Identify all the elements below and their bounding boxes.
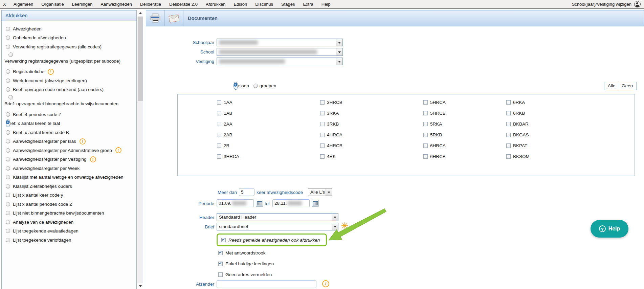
checkbox[interactable] [217,143,221,148]
checkbox[interactable] [217,100,221,105]
class-checkbox-3rka[interactable]: 3RKA [320,108,422,118]
checkbox[interactable] [320,133,325,137]
checkbox[interactable] [218,272,223,277]
radio[interactable] [6,45,10,49]
checkbox[interactable] [320,111,325,115]
schooljaar-select[interactable] [217,39,343,46]
chevron-down-icon[interactable] [336,39,342,46]
highlighted-option[interactable]: Reeds gemelde afwezigheden ook afdrukken [217,234,327,246]
print-button[interactable] [146,10,165,26]
sidebar-item-aanwezigheidsregister-per-klas[interactable]: Aanwezigheidsregister per klas! [6,137,135,146]
afwezigheidscode-select[interactable]: Alle L's [308,188,332,196]
sidebar-item-verwerking-registratiegegevens-uitgesplitst-per-subcode[interactable]: Verwerking registratiegegevens (uitgespl… [6,51,135,67]
scroll-down-button[interactable] [137,283,143,289]
sidebar-item-verwerking-registratiegegevens-alle-codes[interactable]: Verwerking registratiegegevens (alle cod… [6,42,135,51]
scrollbar-thumb[interactable] [138,17,143,101]
menu-item-edison[interactable]: Edison [229,2,251,7]
checkbox[interactable] [320,122,325,126]
checkbox[interactable] [506,143,511,148]
checkbox-checked[interactable] [221,238,226,242]
afzender-input[interactable] [217,280,316,288]
checkbox[interactable] [217,111,221,115]
change-school-link[interactable]: School(jaar)/Vestiging wijzigen [572,2,631,7]
radio[interactable] [8,52,13,57]
menu-item-deliberatie-2-0[interactable]: Deliberatie 2.0 [165,2,202,7]
menu-item-stages[interactable]: Stages [277,2,299,7]
checkbox[interactable] [423,154,428,159]
radio-groepen[interactable] [253,84,258,88]
brief-select[interactable]: standaardbrief [217,223,338,230]
class-checkbox-bkpat[interactable]: BKPAT [506,140,608,151]
radio[interactable] [6,202,10,206]
class-checkbox-4hrcb[interactable]: 4HRCB [320,140,422,151]
info-icon[interactable]: ! [115,147,121,153]
radio[interactable] [6,220,10,224]
sidebar-item-klaslijst-met-aantal-wettige-en-onwettige-afwezigheden[interactable]: Klaslijst met aantal wettige en onwettig… [6,173,135,182]
radio-klassen[interactable] [234,82,238,90]
select-none-button[interactable]: Geen [618,82,637,90]
radio[interactable] [6,130,10,135]
chevron-down-icon[interactable] [336,58,342,65]
checkbox[interactable] [506,154,511,159]
chevron-down-icon[interactable] [332,214,338,221]
radio[interactable] [6,36,10,40]
class-checkbox-bksom[interactable]: BKSOM [506,151,608,162]
info-icon[interactable]: ! [48,69,54,75]
threshold-input[interactable]: 5 [239,188,254,196]
class-checkbox-bkbar[interactable]: BKBAR [506,118,608,129]
class-checkbox-6rkb[interactable]: 6RKB [506,108,608,118]
radio-selected[interactable] [6,119,10,127]
sidebar-item-registratiefiche[interactable]: Registratiefiche! [6,67,135,76]
radio[interactable] [6,139,10,143]
sidebar-item-analyse-van-de-afwezigheden[interactable]: Analyse van de afwezigheden [6,218,135,227]
radio[interactable] [6,79,10,83]
sidebar-item-klaslijst-ziektebriefjes-ouders[interactable]: Klaslijst Ziektebriefjes ouders [6,182,135,191]
checkbox[interactable] [423,111,428,115]
chevron-down-icon[interactable] [336,48,342,55]
checkbox[interactable] [506,133,511,137]
sidebar-item-lijst-toegekende-verlofdagen[interactable]: Lijst toegekende verlofdagen [6,236,135,245]
radio[interactable] [6,211,10,215]
option-geen-adres-vermelden[interactable]: Geen adres vermelden [218,271,272,278]
header-select[interactable]: Standaard Header [217,213,338,221]
sidebar-item-aanwezigheidsregister-per-vestiging[interactable]: Aanwezigheidsregister per Vestiging! [6,155,135,164]
class-checkbox-4rk[interactable]: 4RK [320,151,422,162]
class-checkbox-3rkb[interactable]: 3RKB [320,118,422,129]
menu-item-afdrukken[interactable]: Afdrukken [202,2,230,7]
sidebar-item-lijst-x-aantal-keer-code-y[interactable]: Lijst x aantal keer code y [6,191,135,200]
class-checkbox-2aa[interactable]: 2AA [217,118,318,129]
menu-item-aanwezigheden[interactable]: Aanwezigheden [96,2,136,7]
checkbox-checked[interactable] [218,262,223,266]
class-checkbox-bkgas[interactable]: BKGAS [506,129,608,140]
radio[interactable] [6,229,10,233]
user-account-icon[interactable] [634,1,641,7]
select-all-button[interactable]: Alle [604,82,619,90]
menu-item-leerlingen[interactable]: Leerlingen [68,2,97,7]
sidebar-item-onbekende-afwezigheden[interactable]: Onbekende afwezigheden [6,34,135,43]
radio[interactable] [6,27,10,31]
sidebar-item-brief-x-aantal-keren-te-laat[interactable]: Brief: x aantal keren te laat [6,119,135,128]
checkbox[interactable] [506,100,511,105]
sidebar-item-lijst-niet-binnengebrachte-bewijsdocumenten[interactable]: Lijst niet binnengebrachte bewijsdocumen… [6,209,135,218]
checkbox[interactable] [423,133,428,137]
option-enkel-huidige-leerlingen[interactable]: Enkel huidige leerlingen [218,260,274,267]
checkbox[interactable] [506,111,511,115]
class-checkbox-3hrcb[interactable]: 3HRCB [320,97,422,108]
chevron-down-icon[interactable] [332,223,338,230]
sidebar-item-aanwezigheidsregister-per-administratieve-groep[interactable]: Aanwezigheidsregister per Administratiev… [6,146,135,155]
sidebar-item-lijst-toegekende-evaluatiedagen[interactable]: Lijst toegekende evaluatiedagen [6,227,135,236]
calendar-from-button[interactable] [256,200,263,207]
sidebar-item-brief-x-aantal-keren-code-b[interactable]: Brief: x aantal keren code B [6,128,135,137]
sidebar-item-afwezigheden[interactable]: Afwezigheden [6,24,135,34]
radio[interactable] [6,148,10,153]
menu-item-help[interactable]: Help [317,2,335,7]
help-button[interactable]: ? Help [591,220,628,238]
chevron-down-icon[interactable] [326,188,332,196]
sidebar-item-lijst-x-aantal-periodes-code-z[interactable]: Lijst x aantal periodes code Z [6,200,135,209]
sidebar-item-werkdocument-afwezige-leerlingen[interactable]: Werkdocument (afwezige leerlingen) [6,76,135,85]
checkbox[interactable] [320,154,325,159]
checkbox[interactable] [320,143,325,148]
class-checkbox-4hrca[interactable]: 4HRCA [320,129,422,140]
checkbox-checked[interactable] [218,251,223,255]
checkbox[interactable] [320,100,325,105]
